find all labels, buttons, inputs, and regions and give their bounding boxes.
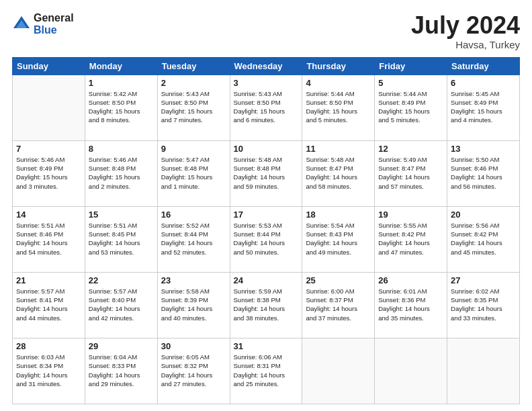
day-number: 16 <box>161 210 226 220</box>
day-info: Sunrise: 5:58 AMSunset: 8:39 PMDaylight:… <box>161 287 226 322</box>
title-block: July 2024 Havsa, Turkey <box>411 12 520 50</box>
day-info: Sunrise: 5:50 AMSunset: 8:46 PMDaylight:… <box>451 155 516 191</box>
day-number: 24 <box>234 275 299 285</box>
table-row: 13Sunrise: 5:50 AMSunset: 8:46 PMDayligh… <box>447 140 520 206</box>
day-number: 15 <box>89 210 154 220</box>
table-row: 14Sunrise: 5:51 AMSunset: 8:46 PMDayligh… <box>13 206 85 272</box>
calendar-week-row: 14Sunrise: 5:51 AMSunset: 8:46 PMDayligh… <box>13 206 520 272</box>
day-number: 7 <box>16 144 81 154</box>
day-info: Sunrise: 5:43 AMSunset: 8:50 PMDaylight:… <box>234 89 299 125</box>
table-row: 18Sunrise: 5:54 AMSunset: 8:43 PMDayligh… <box>302 206 375 272</box>
table-row: 3Sunrise: 5:43 AMSunset: 8:50 PMDaylight… <box>230 75 302 140</box>
table-row: 25Sunrise: 6:00 AMSunset: 8:37 PMDayligh… <box>302 272 375 338</box>
table-row <box>302 338 375 404</box>
table-row: 1Sunrise: 5:42 AMSunset: 8:50 PMDaylight… <box>85 75 157 140</box>
day-number: 29 <box>89 341 154 351</box>
day-info: Sunrise: 6:00 AMSunset: 8:37 PMDaylight:… <box>306 287 371 322</box>
table-row: 26Sunrise: 6:01 AMSunset: 8:36 PMDayligh… <box>375 272 447 338</box>
day-info: Sunrise: 5:51 AMSunset: 8:45 PMDaylight:… <box>89 221 154 257</box>
col-tuesday: Tuesday <box>157 57 230 75</box>
table-row: 4Sunrise: 5:44 AMSunset: 8:50 PMDaylight… <box>302 75 375 140</box>
col-saturday: Saturday <box>447 57 520 75</box>
day-number: 2 <box>161 78 226 88</box>
day-number: 17 <box>234 210 299 220</box>
day-number: 18 <box>306 210 371 220</box>
day-number: 26 <box>378 275 443 285</box>
table-row: 12Sunrise: 5:49 AMSunset: 8:47 PMDayligh… <box>375 140 447 206</box>
table-row: 29Sunrise: 6:04 AMSunset: 8:33 PMDayligh… <box>85 338 157 404</box>
table-row: 8Sunrise: 5:46 AMSunset: 8:48 PMDaylight… <box>85 140 157 206</box>
table-row: 31Sunrise: 6:06 AMSunset: 8:31 PMDayligh… <box>230 338 302 404</box>
day-info: Sunrise: 5:53 AMSunset: 8:44 PMDaylight:… <box>234 221 299 257</box>
table-row: 22Sunrise: 5:57 AMSunset: 8:40 PMDayligh… <box>85 272 157 338</box>
day-number: 1 <box>89 78 154 88</box>
day-info: Sunrise: 5:46 AMSunset: 8:48 PMDaylight:… <box>89 155 154 191</box>
table-row: 23Sunrise: 5:58 AMSunset: 8:39 PMDayligh… <box>157 272 230 338</box>
logo-icon <box>12 15 31 34</box>
calendar-week-row: 28Sunrise: 6:03 AMSunset: 8:34 PMDayligh… <box>13 338 520 404</box>
table-row: 16Sunrise: 5:52 AMSunset: 8:44 PMDayligh… <box>157 206 230 272</box>
day-number: 19 <box>378 210 443 220</box>
day-number: 27 <box>451 275 516 285</box>
month-year-title: July 2024 <box>411 12 520 39</box>
calendar-header-row: Sunday Monday Tuesday Wednesday Thursday… <box>13 57 520 75</box>
table-row <box>13 75 85 140</box>
table-row: 24Sunrise: 5:59 AMSunset: 8:38 PMDayligh… <box>230 272 302 338</box>
day-number: 4 <box>306 78 371 88</box>
day-info: Sunrise: 5:55 AMSunset: 8:42 PMDaylight:… <box>378 221 443 257</box>
day-info: Sunrise: 5:57 AMSunset: 8:41 PMDaylight:… <box>16 287 81 322</box>
table-row: 28Sunrise: 6:03 AMSunset: 8:34 PMDayligh… <box>13 338 85 404</box>
logo-general: General <box>34 12 74 24</box>
col-monday: Monday <box>85 57 157 75</box>
day-info: Sunrise: 5:42 AMSunset: 8:50 PMDaylight:… <box>89 89 154 125</box>
logo-text: General Blue <box>34 12 74 36</box>
table-row: 20Sunrise: 5:56 AMSunset: 8:42 PMDayligh… <box>447 206 520 272</box>
day-number: 30 <box>161 341 226 351</box>
day-info: Sunrise: 5:43 AMSunset: 8:50 PMDaylight:… <box>161 89 226 125</box>
day-info: Sunrise: 5:49 AMSunset: 8:47 PMDaylight:… <box>378 155 443 191</box>
day-info: Sunrise: 5:44 AMSunset: 8:50 PMDaylight:… <box>306 89 371 125</box>
table-row: 27Sunrise: 6:02 AMSunset: 8:35 PMDayligh… <box>447 272 520 338</box>
day-number: 13 <box>451 144 516 154</box>
day-info: Sunrise: 6:05 AMSunset: 8:32 PMDaylight:… <box>161 353 226 388</box>
table-row: 10Sunrise: 5:48 AMSunset: 8:48 PMDayligh… <box>230 140 302 206</box>
day-info: Sunrise: 6:02 AMSunset: 8:35 PMDaylight:… <box>451 287 516 322</box>
table-row <box>375 338 447 404</box>
day-info: Sunrise: 5:48 AMSunset: 8:48 PMDaylight:… <box>234 155 299 191</box>
table-row: 30Sunrise: 6:05 AMSunset: 8:32 PMDayligh… <box>157 338 230 404</box>
table-row: 11Sunrise: 5:48 AMSunset: 8:47 PMDayligh… <box>302 140 375 206</box>
day-number: 5 <box>378 78 443 88</box>
location-subtitle: Havsa, Turkey <box>411 39 520 50</box>
day-number: 25 <box>306 275 371 285</box>
table-row: 6Sunrise: 5:45 AMSunset: 8:49 PMDaylight… <box>447 75 520 140</box>
table-row: 21Sunrise: 5:57 AMSunset: 8:41 PMDayligh… <box>13 272 85 338</box>
col-wednesday: Wednesday <box>230 57 302 75</box>
day-number: 12 <box>378 144 443 154</box>
day-info: Sunrise: 5:59 AMSunset: 8:38 PMDaylight:… <box>234 287 299 322</box>
table-row: 5Sunrise: 5:44 AMSunset: 8:49 PMDaylight… <box>375 75 447 140</box>
day-number: 3 <box>234 78 299 88</box>
day-info: Sunrise: 6:06 AMSunset: 8:31 PMDaylight:… <box>234 353 299 388</box>
day-info: Sunrise: 5:47 AMSunset: 8:48 PMDaylight:… <box>161 155 226 191</box>
day-info: Sunrise: 5:45 AMSunset: 8:49 PMDaylight:… <box>451 89 516 125</box>
day-number: 21 <box>16 275 81 285</box>
day-info: Sunrise: 5:46 AMSunset: 8:49 PMDaylight:… <box>16 155 81 191</box>
day-info: Sunrise: 5:52 AMSunset: 8:44 PMDaylight:… <box>161 221 226 257</box>
day-number: 14 <box>16 210 81 220</box>
calendar-week-row: 1Sunrise: 5:42 AMSunset: 8:50 PMDaylight… <box>13 75 520 140</box>
day-number: 10 <box>234 144 299 154</box>
header: General Blue July 2024 Havsa, Turkey <box>12 12 520 50</box>
col-friday: Friday <box>375 57 447 75</box>
calendar-week-row: 7Sunrise: 5:46 AMSunset: 8:49 PMDaylight… <box>13 140 520 206</box>
day-number: 11 <box>306 144 371 154</box>
col-thursday: Thursday <box>302 57 375 75</box>
table-row <box>447 338 520 404</box>
logo: General Blue <box>12 12 74 36</box>
day-number: 8 <box>89 144 154 154</box>
day-number: 23 <box>161 275 226 285</box>
table-row: 7Sunrise: 5:46 AMSunset: 8:49 PMDaylight… <box>13 140 85 206</box>
day-info: Sunrise: 6:04 AMSunset: 8:33 PMDaylight:… <box>89 353 154 388</box>
table-row: 19Sunrise: 5:55 AMSunset: 8:42 PMDayligh… <box>375 206 447 272</box>
day-number: 9 <box>161 144 226 154</box>
logo-blue: Blue <box>34 24 74 36</box>
